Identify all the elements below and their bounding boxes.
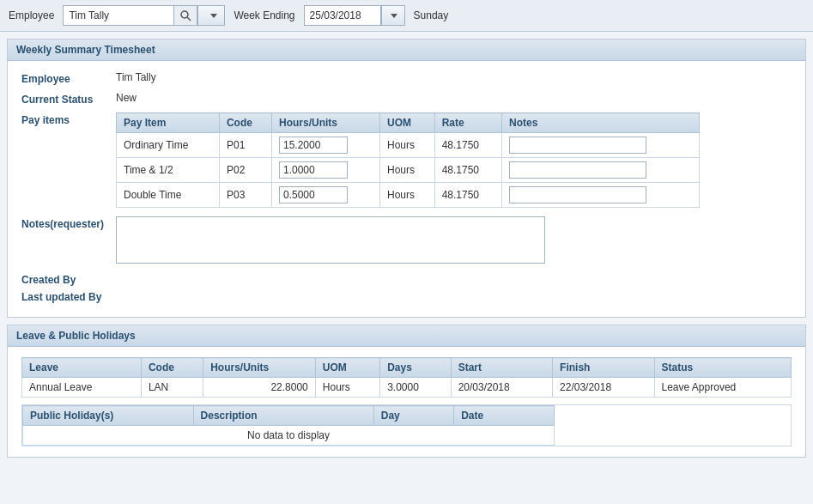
pay-item-rate: 48.1750 [434, 158, 501, 183]
leave-col-code: Code [141, 358, 203, 378]
pay-item-name: Time & 1/2 [117, 158, 220, 183]
week-ending-dropdown-button[interactable] [381, 5, 405, 26]
leave-col-days: Days [380, 358, 452, 378]
current-status-label: Current Status [21, 92, 116, 106]
col-pay-item: Pay Item [117, 113, 220, 133]
hours-input[interactable] [279, 186, 348, 203]
leave-col-start: Start [451, 358, 552, 378]
weekly-summary-section: Weekly Summary Timesheet Employee Tim Ta… [7, 39, 806, 318]
pay-item-uom: Hours [379, 183, 434, 208]
leave-row: Annual Leave LAN 22.8000 Hours 3.0000 20… [22, 378, 792, 398]
col-code: Code [219, 113, 271, 133]
pay-item-hours[interactable] [271, 158, 379, 183]
notes-requester-input[interactable] [116, 216, 545, 264]
pay-items-table-wrap: Pay Item Code Hours/Units UOM Rate Notes… [116, 112, 700, 208]
pay-item-rate: 48.1750 [434, 133, 501, 158]
public-holiday-section: Public Holiday(s) Description Day Date N… [21, 404, 792, 446]
chevron-down-icon-2 [391, 14, 397, 18]
ph-col-desc: Description [193, 406, 373, 426]
pay-items-label: Pay items [21, 112, 116, 126]
pay-item-code: P03 [219, 183, 271, 208]
current-status-row: Current Status New [21, 92, 792, 106]
employee-search-button[interactable] [174, 5, 197, 26]
week-ending-wrap [304, 5, 405, 26]
notes-input[interactable] [509, 137, 646, 154]
search-icon [179, 9, 191, 21]
leave-start: 20/03/2018 [451, 378, 552, 398]
leave-finish: 22/03/2018 [553, 378, 654, 398]
ph-col-day: Day [373, 406, 453, 426]
leave-uom: Hours [315, 378, 379, 398]
pay-item-notes[interactable] [502, 133, 700, 158]
leave-col-uom: UOM [315, 358, 379, 378]
notes-requester-row: Notes(requester) [21, 216, 792, 264]
employee-input-wrap [63, 5, 225, 26]
pay-item-uom: Hours [379, 133, 434, 158]
leave-code: LAN [141, 378, 203, 398]
table-row: Time & 1/2 P02 Hours 48.1750 [117, 158, 700, 183]
toolbar: Employee Week Ending Sunday [0, 0, 813, 32]
table-row: Ordinary Time P01 Hours 48.1750 [117, 133, 700, 158]
day-label: Sunday [414, 9, 449, 21]
pay-item-uom: Hours [379, 158, 434, 183]
leave-days: 3.0000 [380, 378, 452, 398]
col-uom: UOM [379, 113, 434, 133]
leave-holidays-body: Leave Code Hours/Units UOM Days Start Fi… [8, 347, 805, 457]
hours-input[interactable] [279, 137, 348, 154]
pay-items-row: Pay items Pay Item Code Hours/Units UOM … [21, 112, 792, 208]
leave-name: Annual Leave [22, 378, 142, 398]
col-notes: Notes [502, 113, 700, 133]
ph-col-name: Public Holiday(s) [23, 406, 194, 426]
pay-item-rate: 48.1750 [434, 183, 501, 208]
leave-col-hours: Hours/Units [203, 358, 316, 378]
last-updated-by-label: Last updated By [21, 289, 116, 303]
leave-col-status: Status [654, 358, 792, 378]
week-ending-input[interactable] [304, 5, 381, 26]
pay-item-code: P02 [219, 158, 271, 183]
leave-table: Leave Code Hours/Units UOM Days Start Fi… [21, 357, 792, 398]
svg-point-0 [181, 11, 188, 18]
leave-col-finish: Finish [553, 358, 654, 378]
leave-status: Leave Approved [654, 378, 792, 398]
leave-holidays-header: Leave & Public Holidays [8, 325, 805, 347]
employee-dropdown-button[interactable] [197, 5, 225, 26]
pay-items-table: Pay Item Code Hours/Units UOM Rate Notes… [116, 112, 700, 208]
weekly-summary-header: Weekly Summary Timesheet [8, 39, 805, 61]
svg-line-1 [187, 17, 191, 21]
chevron-down-icon [210, 14, 217, 18]
notes-requester-label: Notes(requester) [21, 216, 116, 230]
pay-item-hours[interactable] [271, 133, 379, 158]
public-holiday-table: Public Holiday(s) Description Day Date N… [22, 405, 555, 446]
employee-row: Employee Tim Tally [21, 71, 792, 85]
employee-input[interactable] [63, 5, 174, 26]
hours-input[interactable] [279, 161, 348, 179]
col-hours-units: Hours/Units [271, 113, 379, 133]
last-updated-by-row: Last updated By [21, 289, 792, 303]
notes-input[interactable] [509, 161, 646, 179]
no-data-message: No data to display [23, 426, 555, 446]
notes-input[interactable] [509, 186, 646, 203]
pay-item-notes[interactable] [502, 183, 700, 208]
col-rate: Rate [434, 113, 501, 133]
employee-field-value: Tim Tally [116, 71, 156, 83]
created-by-row: Created By [21, 272, 792, 286]
no-data-row: No data to display [23, 426, 555, 446]
pay-item-name: Ordinary Time [117, 133, 220, 158]
leave-holidays-section: Leave & Public Holidays Leave Code Hours… [7, 325, 806, 458]
current-status-value: New [116, 92, 137, 104]
pay-item-notes[interactable] [502, 158, 700, 183]
created-by-label: Created By [21, 272, 116, 286]
employee-label: Employee [9, 9, 54, 21]
ph-col-date: Date [454, 406, 555, 426]
leave-col-leave: Leave [22, 358, 142, 378]
pay-item-code: P01 [219, 133, 271, 158]
pay-item-hours[interactable] [271, 183, 379, 208]
pay-item-name: Double Time [117, 183, 220, 208]
weekly-summary-body: Employee Tim Tally Current Status New Pa… [8, 61, 805, 317]
week-ending-label: Week Ending [234, 9, 294, 21]
leave-hours: 22.8000 [203, 378, 316, 398]
table-row: Double Time P03 Hours 48.1750 [117, 183, 700, 208]
employee-field-label: Employee [21, 71, 116, 85]
